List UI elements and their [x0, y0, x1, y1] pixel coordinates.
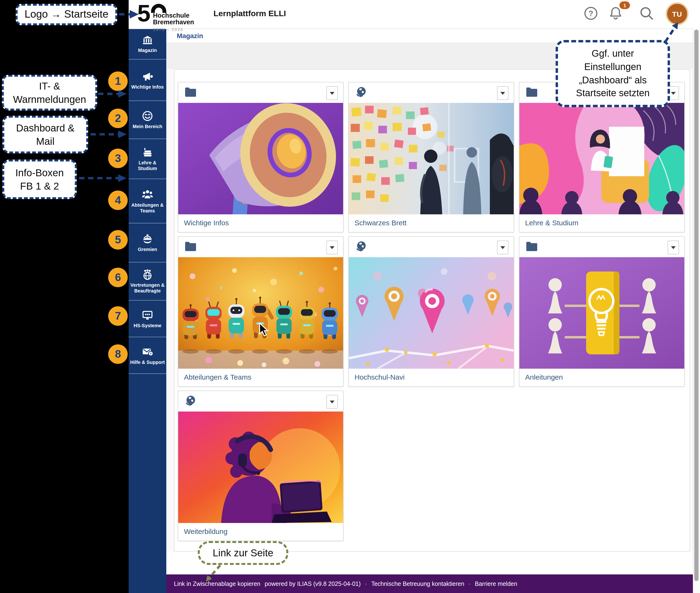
sidebar-item-wichtige-infos[interactable]: Wichtige Infos	[128, 60, 166, 101]
card-title[interactable]: Anleitungen	[519, 369, 684, 381]
megaphone-icon	[142, 70, 153, 82]
callout-dashboard-mail: Dashboard & Mail	[2, 116, 88, 153]
footer-link-support[interactable]: Technische Betreuung kontaktieren	[371, 580, 464, 587]
sidebar-item-gremien[interactable]: Gremien	[128, 224, 166, 263]
card-title[interactable]: Schwarzes Brett	[349, 214, 514, 227]
avatar[interactable]: TU	[666, 2, 689, 25]
footer-link-accessibility[interactable]: Barriere melden	[475, 580, 517, 587]
card-image-map-pins[interactable]	[349, 257, 514, 369]
step-marker-7: 7	[108, 306, 128, 326]
card-actions-dropdown[interactable]	[668, 241, 679, 254]
committee-icon	[142, 233, 153, 245]
callout-dashboard-einstellungen: Ggf. unter Einstellungen „Dashboard“ als…	[556, 40, 670, 107]
sidebar-item-vertretungen-beauftragte[interactable]: Vertretungen & Beauftragte	[128, 263, 166, 301]
card-title[interactable]: Weiterbildung	[178, 523, 343, 536]
card-header	[519, 237, 684, 257]
card-image-robots[interactable]	[178, 257, 343, 369]
people-icon	[142, 188, 153, 200]
card-title[interactable]: Hochschul-Navi	[349, 369, 514, 381]
footer-link-permalink[interactable]: Link in Zwischenablage kopieren	[174, 580, 260, 587]
dropdown-caret-icon	[330, 246, 334, 249]
card-weiterbildung[interactable]: Weiterbildung	[178, 391, 343, 541]
annotated-screenshot: 5 Hochschule Bremerhaven 1975 – 2025 Ler…	[0, 0, 700, 593]
logo-arch-icon	[151, 4, 166, 13]
dropdown-caret-icon	[671, 92, 676, 94]
step-marker-4: 4	[108, 191, 128, 210]
card-image-pinboard[interactable]	[349, 103, 514, 214]
folder-icon	[526, 86, 538, 97]
weblink-icon	[184, 395, 197, 407]
top-bar: 5 Hochschule Bremerhaven 1975 – 2025 Ler…	[128, 0, 700, 29]
callout-link-zur-seite: Link zur Seite	[198, 541, 288, 565]
sidebar-item-label: Vertretungen & Beauftragte	[129, 282, 166, 294]
search-icon	[638, 5, 655, 22]
card-abteilungen-teams[interactable]: Abteilungen & Teams	[178, 236, 343, 387]
sidebar-item-lehre-studium[interactable]: Lehre & Studium	[128, 139, 166, 179]
card-actions-dropdown[interactable]	[326, 86, 338, 100]
card-title[interactable]: Wichtige Infos	[178, 214, 343, 227]
sidebar: Magazin Wichtige Infos Mein Bereich Lehr…	[128, 29, 166, 593]
main-content: Magazin	[166, 29, 693, 593]
footer-separator: ·	[365, 580, 367, 587]
card-hochschul-navi[interactable]: Hochschul-Navi	[348, 236, 514, 387]
globe-people-icon	[142, 269, 153, 281]
sidebar-item-label: Lehre & Studium	[129, 160, 166, 171]
card-header	[178, 391, 343, 411]
sidebar-item-mein-bereich[interactable]: Mein Bereich	[128, 101, 166, 139]
callout-it-warnmeldungen: IT- & Warnmeldungen	[2, 75, 97, 111]
weblink-icon	[355, 86, 367, 98]
card-wichtige-infos[interactable]: Wichtige Infos	[178, 82, 343, 232]
help-button[interactable]: ?	[582, 5, 599, 22]
callout-logo-startseite: Logo → Startseite	[16, 4, 117, 25]
repository-panel: Wichtige Infos	[174, 69, 690, 552]
arrowhead	[118, 130, 127, 138]
sidebar-item-hilfe-support[interactable]: ? Hilfe & Support	[128, 337, 166, 374]
card-header	[178, 237, 343, 257]
sidebar-filler	[128, 374, 166, 593]
card-actions-dropdown[interactable]	[326, 241, 338, 254]
search-button[interactable]	[638, 5, 655, 22]
card-image-headphones-learner[interactable]	[178, 411, 343, 523]
university-logo[interactable]: 5 Hochschule Bremerhaven 1975 – 2025	[137, 2, 209, 28]
card-anleitungen[interactable]: Anleitungen	[519, 236, 685, 387]
card-actions-dropdown[interactable]	[497, 241, 509, 254]
dropdown-caret-icon	[671, 246, 676, 249]
step-marker-2: 2	[108, 109, 128, 128]
sidebar-item-label: Gremien	[129, 247, 166, 252]
books-icon	[142, 146, 153, 158]
arrowhead	[118, 90, 127, 97]
card-actions-dropdown[interactable]	[497, 86, 509, 100]
arrowhead	[118, 174, 127, 182]
sidebar-item-label: Abteilungen & Teams	[129, 202, 166, 213]
sidebar-item-abteilungen-teams[interactable]: Abteilungen & Teams	[128, 179, 166, 224]
folder-icon	[184, 86, 197, 97]
sidebar-item-hs-systeme[interactable]: HS-Systeme	[128, 301, 166, 337]
card-header	[349, 82, 514, 103]
folder-icon	[526, 241, 538, 252]
scrollbar-track[interactable]	[693, 29, 700, 593]
card-header	[349, 237, 514, 257]
card-grid: Wichtige Infos	[178, 82, 688, 541]
card-image-presentation[interactable]	[519, 103, 684, 214]
card-schwarzes-brett[interactable]: Schwarzes Brett	[348, 82, 514, 232]
bank-icon	[142, 35, 153, 45]
card-image-megaphone[interactable]	[178, 103, 343, 214]
scrollbar-thumb[interactable]	[694, 30, 699, 581]
step-marker-5: 5	[108, 230, 128, 249]
dropdown-caret-icon	[500, 92, 505, 94]
card-title[interactable]: Abteilungen & Teams	[178, 369, 343, 381]
svg-text:?: ?	[150, 352, 152, 355]
notification-badge: 1	[620, 1, 630, 9]
card-title[interactable]: Lehre & Studium	[519, 214, 684, 227]
footer-link-powered-by[interactable]: powered by ILIAS (v9.8 2025-04-01)	[265, 580, 361, 587]
card-actions-dropdown[interactable]	[326, 395, 338, 409]
footer-separator: ·	[469, 580, 471, 587]
card-image-lightbulb[interactable]	[519, 257, 684, 369]
logo-line2: Bremerhaven	[153, 19, 194, 26]
monitor-icon	[142, 309, 153, 321]
step-marker-8: 8	[108, 344, 128, 364]
help-icon: ?	[583, 5, 599, 22]
step-marker-3: 3	[108, 149, 128, 168]
logo-wordmark: Hochschule Bremerhaven 1975 – 2025	[153, 12, 194, 33]
logo-line1: Hochschule	[153, 12, 194, 19]
